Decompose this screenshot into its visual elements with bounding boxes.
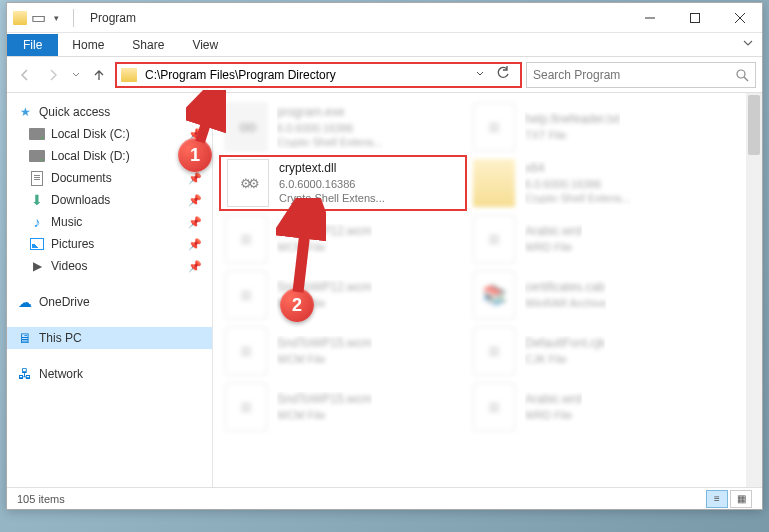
file-name: program.exe xyxy=(277,105,383,121)
refresh-icon xyxy=(496,66,510,80)
sidebar-item-music[interactable]: ♪ Music 📌 xyxy=(7,211,212,233)
sidebar: ★ Quick access Local Disk (C:) 📌 Local D… xyxy=(7,93,213,487)
file-item[interactable]: x646.0.6000.16386Crypto Shell Extens... xyxy=(467,155,715,211)
titlebar: ▭ ▾ Program xyxy=(7,3,762,33)
back-button[interactable] xyxy=(13,63,37,87)
search-input[interactable] xyxy=(533,68,735,82)
sidebar-item-pictures[interactable]: Pictures 📌 xyxy=(7,233,212,255)
view-icons-button[interactable]: ▦ xyxy=(730,490,752,508)
file-item[interactable]: certificates.cabWinRAR Archive xyxy=(467,267,715,323)
exe-icon xyxy=(225,103,267,151)
tab-share[interactable]: Share xyxy=(118,34,178,56)
file-item[interactable]: SndToWP12.wcmWCM File xyxy=(219,267,467,323)
rar-icon xyxy=(473,271,515,319)
file-info: cryptext.dll6.0.6000.16386Crypto Shell E… xyxy=(279,161,385,205)
arrow-left-icon xyxy=(17,67,33,83)
close-button[interactable] xyxy=(717,3,762,33)
file-subline: Crypto Shell Extens... xyxy=(525,191,631,205)
address-bar[interactable] xyxy=(115,62,522,88)
refresh-button[interactable] xyxy=(490,66,516,84)
file-name: SndToWP15.wcm xyxy=(277,392,372,408)
tab-view[interactable]: View xyxy=(178,34,232,56)
close-icon xyxy=(735,13,745,23)
file-subline: WinRAR Archive xyxy=(525,296,606,310)
file-name: help.finefeader.txt xyxy=(525,112,620,128)
sidebar-item-videos[interactable]: ▶ Videos 📌 xyxy=(7,255,212,277)
pin-icon: 📌 xyxy=(188,238,202,251)
file-item[interactable]: Arabic.wrdWRD File xyxy=(467,379,715,435)
sidebar-label: This PC xyxy=(39,331,82,345)
sidebar-item-local-disk-d[interactable]: Local Disk (D:) 📌 xyxy=(7,145,212,167)
file-item[interactable]: SndToWP15.wcmWCM File xyxy=(219,323,467,379)
txt-icon xyxy=(225,327,267,375)
scrollbar[interactable] xyxy=(746,93,762,487)
file-item[interactable]: cryptext.dll6.0.6000.16386Crypto Shell E… xyxy=(219,155,467,211)
search-box[interactable] xyxy=(526,62,756,88)
file-name: SndToWP15.wcm xyxy=(277,336,372,352)
file-info: Arabic.wrdWRD File xyxy=(525,224,582,254)
file-name: certificates.cab xyxy=(525,280,606,296)
qat-dropdown-icon[interactable]: ▾ xyxy=(49,11,63,25)
sidebar-quick-access[interactable]: ★ Quick access xyxy=(7,101,212,123)
file-info: program.exe6.0.6000.16386Crypto Shell Ex… xyxy=(277,105,383,149)
explorer-window: ▭ ▾ Program File Home Share View xyxy=(6,2,763,510)
chevron-down-icon xyxy=(72,71,80,79)
file-item[interactable]: program.exe6.0.6000.16386Crypto Shell Ex… xyxy=(219,99,467,155)
arrow-right-icon xyxy=(45,67,61,83)
qat-properties-icon[interactable]: ▭ xyxy=(31,11,45,25)
file-info: SndToWP12.wcmWCM File xyxy=(277,224,372,254)
address-dropdown[interactable] xyxy=(470,69,490,80)
sidebar-item-documents[interactable]: Documents 📌 xyxy=(7,167,212,189)
sidebar-this-pc[interactable]: 🖥 This PC xyxy=(7,327,212,349)
recent-dropdown[interactable] xyxy=(69,63,83,87)
sidebar-onedrive[interactable]: ☁ OneDrive xyxy=(7,291,212,313)
sidebar-label: Local Disk (D:) xyxy=(51,149,130,163)
tab-file[interactable]: File xyxy=(7,34,58,56)
file-item[interactable]: SndToWP15.wcmWCM File xyxy=(219,379,467,435)
pc-icon: 🖥 xyxy=(17,330,33,346)
sidebar-label: Downloads xyxy=(51,193,110,207)
file-name: SndToWP12.wcm xyxy=(277,224,372,240)
minimize-button[interactable] xyxy=(627,3,672,33)
maximize-icon xyxy=(690,13,700,23)
file-subline: 6.0.6000.16386 xyxy=(525,177,631,191)
navbar xyxy=(7,57,762,93)
files-container: program.exe6.0.6000.16386Crypto Shell Ex… xyxy=(213,93,762,441)
sidebar-item-local-disk-c[interactable]: Local Disk (C:) 📌 xyxy=(7,123,212,145)
dll-icon xyxy=(227,159,269,207)
file-subline: 6.0.6000.16386 xyxy=(279,177,385,191)
maximize-button[interactable] xyxy=(672,3,717,33)
file-item[interactable]: Arabic.wrdWRD File xyxy=(467,211,715,267)
scrollbar-thumb[interactable] xyxy=(748,95,760,155)
file-item[interactable]: help.finefeader.txtTXT File xyxy=(467,99,715,155)
forward-button[interactable] xyxy=(41,63,65,87)
star-icon: ★ xyxy=(17,104,33,120)
sidebar-label: Documents xyxy=(51,171,112,185)
file-name: cryptext.dll xyxy=(279,161,385,177)
file-pane: program.exe6.0.6000.16386Crypto Shell Ex… xyxy=(213,93,762,487)
file-item[interactable]: DefaultFont.cjkCJK File xyxy=(467,323,715,379)
file-name: SndToWP12.wcm xyxy=(277,280,372,296)
up-button[interactable] xyxy=(87,63,111,87)
ribbon-collapse-button[interactable] xyxy=(734,37,762,52)
file-item[interactable]: SndToWP12.wcmWCM File xyxy=(219,211,467,267)
statusbar: 105 items ≡ ▦ xyxy=(7,487,762,509)
view-details-button[interactable]: ≡ xyxy=(706,490,728,508)
txt-icon xyxy=(225,383,267,431)
file-name: x64 xyxy=(525,161,631,177)
sidebar-label: Local Disk (C:) xyxy=(51,127,130,141)
tab-home[interactable]: Home xyxy=(58,34,118,56)
drive-icon xyxy=(29,148,45,164)
address-input[interactable] xyxy=(141,68,470,82)
file-subline: CJK File xyxy=(525,352,605,366)
network-icon: 🖧 xyxy=(17,366,33,382)
download-icon: ⬇ xyxy=(29,192,45,208)
content-area: ★ Quick access Local Disk (C:) 📌 Local D… xyxy=(7,93,762,487)
sidebar-item-downloads[interactable]: ⬇ Downloads 📌 xyxy=(7,189,212,211)
txt-icon xyxy=(225,215,267,263)
file-info: SndToWP15.wcmWCM File xyxy=(277,392,372,422)
music-icon: ♪ xyxy=(29,214,45,230)
sidebar-network[interactable]: 🖧 Network xyxy=(7,363,212,385)
pictures-icon xyxy=(29,236,45,252)
file-name: DefaultFont.cjk xyxy=(525,336,605,352)
